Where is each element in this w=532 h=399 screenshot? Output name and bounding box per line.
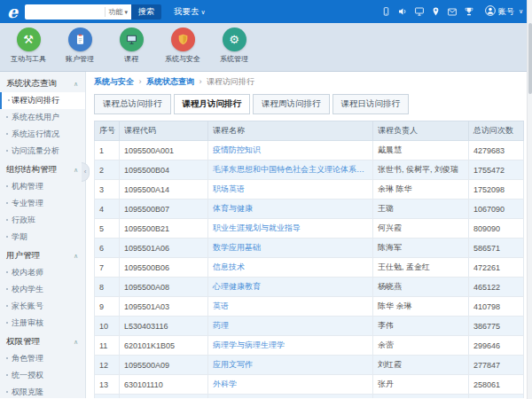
course-name[interactable]: 药理 — [208, 317, 373, 336]
row-index: 12 — [95, 356, 120, 375]
table-row: 21095500B04毛泽东思想和中国特色社会主义理论体系概论张世书, 侯树平,… — [95, 160, 524, 180]
row-index: 9 — [95, 297, 120, 317]
course-name[interactable]: 职场英语 — [208, 180, 373, 200]
sidebar-item[interactable]: 课程访问排行 — [0, 92, 85, 109]
topbar-status-area: 账号 ∨ — [382, 5, 523, 18]
app-toolbar: ⚒互动与工具账户管理课程系统与安全⚙系统管理 — [0, 23, 532, 72]
sidebar-item[interactable]: 角色管理 — [0, 350, 85, 367]
sidebar-section-title[interactable]: 系统状态查询∧ — [0, 74, 85, 92]
table-row: 91095501A03英语陈华 余琳410798 — [95, 297, 524, 317]
course-name[interactable]: 疫情防控知识 — [208, 141, 373, 160]
location-icon[interactable] — [432, 7, 440, 16]
visit-count: 4279683 — [469, 141, 524, 160]
toolbar-item[interactable]: 账户管理 — [59, 27, 101, 71]
visit-count: 277847 — [469, 356, 524, 375]
toolbar-item[interactable]: 系统与安全 — [161, 27, 204, 71]
course-name[interactable]: 诊断学 — [208, 395, 373, 399]
course-code: 1095500A09 — [120, 356, 208, 375]
course-leader: 李伟 — [373, 317, 469, 336]
account-menu[interactable]: 账号 ∨ — [485, 5, 523, 18]
col-header-course-name: 课程名称 — [208, 121, 373, 141]
course-name[interactable]: 应用文写作 — [208, 356, 373, 375]
toolbar-item-label: 系统与安全 — [165, 54, 200, 64]
toolbar-item[interactable]: ⚒互动与工具 — [7, 27, 50, 71]
visit-count: 410798 — [469, 297, 524, 317]
chevron-down-icon: ∨ — [519, 8, 523, 15]
trophy-icon[interactable] — [465, 7, 473, 16]
col-header-visit-count: 总访问次数 — [469, 121, 524, 141]
visit-count: 299646 — [469, 336, 524, 356]
course-name[interactable]: 英语 — [208, 297, 373, 317]
course-leader: 张丹 — [373, 375, 469, 395]
sidebar-section-title[interactable]: 用户管理∧ — [0, 246, 85, 264]
breadcrumb-link-status-query[interactable]: 系统状态查询 — [146, 77, 194, 86]
breadcrumb: 系统与安全 › 系统状态查询 › 课程访问排行 — [94, 76, 524, 94]
table-row: 11095500A001疫情防控知识戴晨慧4279683 — [95, 141, 524, 160]
tab[interactable]: 课程总访问排行 — [94, 94, 171, 114]
course-code: L530403116 — [120, 317, 208, 336]
avatar — [485, 5, 496, 18]
course-code: 630101110 — [120, 375, 208, 395]
toolbar-item[interactable]: ⚙系统管理 — [213, 27, 255, 71]
breadcrumb-link-security[interactable]: 系统与安全 — [94, 77, 134, 86]
row-index: 3 — [95, 180, 120, 200]
table-body: 11095500A001疫情防控知识戴晨慧427968321095500B04毛… — [95, 141, 524, 399]
row-index: 5 — [95, 219, 120, 239]
tab[interactable]: 课程周访问排行 — [253, 94, 330, 114]
sidebar-item[interactable]: 专业管理 — [0, 195, 85, 212]
table-row: 71095500B06信息技术王仕勉, 孟金红472261 — [95, 258, 524, 278]
search-category-select[interactable]: 功能▾ — [105, 7, 132, 17]
course-ranking-table: 序号 课程代码 课程名称 课程负责人 总访问次数 11095500A001疫情防… — [94, 121, 524, 398]
sidebar-item[interactable]: 家长账号 — [0, 298, 85, 315]
sidebar-item[interactable]: 学期 — [0, 229, 85, 246]
tab[interactable]: 课程月访问排行 — [174, 94, 251, 114]
mobile-icon[interactable] — [382, 7, 390, 16]
course-name[interactable]: 数学应用基础 — [208, 239, 373, 258]
col-header-course-leader: 课程负责人 — [373, 121, 469, 141]
account-label: 账号 — [498, 6, 514, 18]
course-name[interactable]: 心理健康教育 — [208, 278, 373, 297]
sidebar-item[interactable]: 注册审核 — [0, 315, 85, 332]
sidebar-item[interactable]: 系统运行情况 — [0, 126, 85, 143]
mail-icon[interactable] — [448, 8, 457, 16]
course-code: 6200011B08 — [120, 395, 208, 399]
row-index: 13 — [95, 375, 120, 395]
visit-count: 809090 — [469, 219, 524, 239]
sidebar-item[interactable]: 统一授权 — [0, 367, 85, 384]
sound-icon[interactable] — [398, 7, 407, 16]
collapse-up-icon: ∧ — [74, 339, 78, 346]
course-name[interactable]: 体育与健康 — [208, 200, 373, 219]
course-name[interactable]: 毛泽东思想和中国特色社会主义理论体系概论 — [208, 160, 373, 180]
window-scrollbar[interactable] — [527, 0, 532, 399]
sidebar-item[interactable]: 校内学生 — [0, 281, 85, 298]
search-button[interactable]: 搜索 — [131, 4, 161, 20]
course-code: 1095500A08 — [120, 278, 208, 297]
sidebar-item[interactable]: 行政班 — [0, 212, 85, 229]
row-index: 6 — [95, 239, 120, 258]
course-name[interactable]: 外科学 — [208, 375, 373, 395]
row-index: 7 — [95, 258, 120, 278]
row-index: 8 — [95, 278, 120, 297]
toolbar-item-label: 账户管理 — [66, 54, 94, 64]
search-input[interactable] — [25, 7, 104, 16]
app-logo[interactable]: e — [7, 4, 18, 20]
sidebar-item[interactable]: 系统在线用户 — [0, 109, 85, 126]
sidebar-item[interactable]: 校内老师 — [0, 264, 85, 281]
visit-count: 465122 — [469, 278, 524, 297]
monitor-icon[interactable] — [415, 7, 424, 16]
scrollbar-thumb[interactable] — [528, 23, 532, 94]
sidebar-section-title[interactable]: 权限管理∧ — [0, 332, 85, 350]
sidebar-item[interactable]: 访问流量分析 — [0, 143, 85, 160]
quick-nav-dropdown[interactable]: 我要去∨ — [174, 6, 206, 18]
sidebar-item[interactable]: 权限克隆 — [0, 384, 85, 398]
tab[interactable]: 课程日访问排行 — [332, 94, 410, 114]
sidebar-section-title[interactable]: 组织结构管理∧ — [0, 160, 85, 178]
course-name[interactable]: 职业生涯规划与就业指导 — [208, 219, 373, 239]
toolbar-item-label: 课程 — [124, 54, 138, 64]
toolbar-item[interactable]: 课程 — [110, 27, 153, 71]
course-name[interactable]: 信息技术 — [208, 258, 373, 278]
col-header-index: 序号 — [95, 121, 120, 141]
course-name[interactable]: 病理学与病理生理学 — [208, 336, 373, 356]
sidebar-item[interactable]: 机构管理 — [0, 178, 85, 195]
course-code: 1095500B21 — [120, 219, 208, 239]
